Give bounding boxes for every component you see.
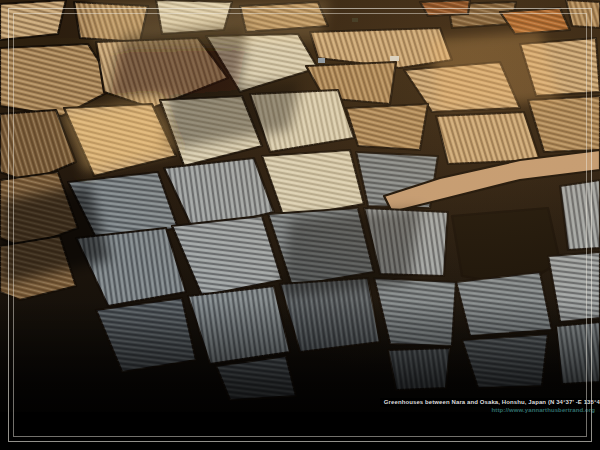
caption-title: Greenhouses between Nara and Osaka, Hons… xyxy=(380,398,600,407)
bottom-black-strip xyxy=(0,412,600,450)
desktop-wallpaper: Greenhouses between Nara and Osaka, Hons… xyxy=(0,0,600,450)
photo-caption: Greenhouses between Nara and Osaka, Hons… xyxy=(380,395,600,414)
greenhouse-aerial-photo xyxy=(0,0,600,450)
caption-url: http://www.yannarthusbertrand.org xyxy=(380,407,600,414)
